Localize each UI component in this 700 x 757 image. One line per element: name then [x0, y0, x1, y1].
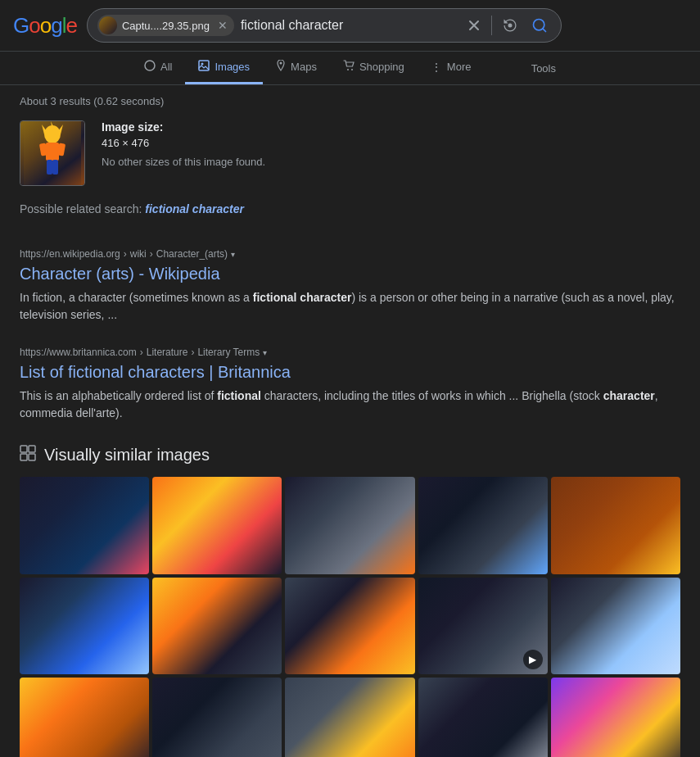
result-title-2[interactable]: List of fictional characters | Britannic…: [20, 361, 680, 383]
tab-images-label: Images: [215, 61, 250, 73]
lens-button[interactable]: [499, 14, 522, 37]
svg-rect-16: [20, 446, 27, 452]
result-domain-2: https://www.britannica.com: [20, 347, 137, 358]
similar-image-5[interactable]: [551, 477, 680, 574]
similar-image-2[interactable]: [152, 477, 282, 574]
tab-maps[interactable]: Maps: [263, 52, 330, 84]
tab-more-label: More: [447, 61, 472, 73]
svg-rect-17: [29, 446, 35, 452]
header: Google Captu....29.35.png ✕: [0, 0, 700, 52]
tab-more[interactable]: ⋮ More: [418, 52, 485, 84]
tab-shopping-label: Shopping: [359, 61, 404, 73]
breadcrumb-wiki: wiki: [130, 248, 147, 260]
svg-rect-15: [52, 160, 58, 175]
similar-section: Visually similar images ▶: [20, 445, 680, 757]
web-result-1: https://en.wikipedia.org › wiki › Charac…: [20, 248, 680, 324]
related-search: Possible related search: fictional chara…: [20, 202, 680, 215]
svg-rect-11: [46, 143, 59, 161]
svg-rect-14: [47, 160, 52, 175]
breadcrumb-sep-1: ›: [124, 248, 127, 260]
similar-image-9[interactable]: ▶: [418, 578, 548, 675]
similar-title: Visually similar images: [44, 446, 210, 465]
related-prefix: Possible related search:: [20, 202, 142, 215]
similar-image-12[interactable]: [152, 678, 282, 757]
image-grid-row-2: ▶: [20, 578, 680, 675]
breadcrumb-sep-4: ›: [191, 347, 194, 358]
svg-point-2: [145, 61, 155, 70]
breadcrumb-sep-3: ›: [140, 347, 143, 358]
similar-image-4[interactable]: [418, 477, 548, 574]
chip-close-icon[interactable]: ✕: [218, 19, 228, 32]
tab-maps-label: Maps: [291, 61, 317, 73]
source-image-thumbnail[interactable]: [20, 120, 85, 186]
google-logo: Google: [13, 13, 77, 39]
similar-image-11[interactable]: [20, 678, 149, 757]
tab-all[interactable]: All: [131, 52, 185, 84]
no-other-sizes-text: No other sizes of this image found.: [102, 156, 265, 168]
result-domain-1: https://en.wikipedia.org: [20, 248, 120, 260]
web-result-2: https://www.britannica.com › Literature …: [20, 347, 680, 422]
similar-image-10[interactable]: [551, 578, 680, 675]
similar-icon: [20, 445, 36, 465]
tab-images[interactable]: Images: [185, 52, 263, 84]
image-grid-row-3: [20, 678, 680, 757]
tab-all-label: All: [160, 61, 172, 73]
result-snippet-2: This is an alphabetically ordered list o…: [20, 388, 680, 422]
search-icons: [463, 14, 551, 37]
result-stats: About 3 results (0.62 seconds): [20, 95, 680, 107]
svg-rect-19: [29, 454, 35, 460]
search-input[interactable]: [241, 18, 457, 33]
related-link[interactable]: fictional character: [145, 202, 244, 215]
similar-image-14[interactable]: [418, 678, 548, 757]
all-icon: [144, 60, 156, 74]
result-snippet-1: In fiction, a character (sometimes known…: [20, 289, 680, 324]
svg-point-7: [351, 69, 353, 70]
result-url-2: https://www.britannica.com › Literature …: [20, 347, 680, 358]
svg-point-0: [508, 24, 512, 28]
nav-tabs: All Images Maps Shopping: [0, 52, 700, 85]
similar-image-15[interactable]: [551, 678, 680, 757]
search-bar[interactable]: Captu....29.35.png ✕: [87, 8, 562, 43]
images-icon: [198, 60, 210, 74]
similar-image-7[interactable]: [152, 578, 282, 675]
similar-image-8[interactable]: [285, 578, 414, 675]
breadcrumb-literature: Literature: [147, 347, 188, 358]
breadcrumb-literary-terms: Literary Terms: [197, 347, 260, 358]
tools-button[interactable]: Tools: [518, 54, 569, 83]
image-size-value: 416 × 476: [102, 137, 265, 149]
tab-shopping[interactable]: Shopping: [330, 52, 418, 84]
image-info-card: Image size: 416 × 476 No other sizes of …: [20, 120, 680, 186]
svg-rect-3: [199, 61, 209, 70]
svg-point-6: [347, 69, 349, 70]
chip-thumbnail: [99, 16, 117, 34]
divider: [491, 16, 492, 35]
image-details: Image size: 416 × 476 No other sizes of …: [102, 120, 265, 168]
breadcrumb-sep-2: ›: [150, 248, 153, 260]
image-size-label: Image size:: [102, 120, 265, 134]
result-dropdown-2[interactable]: ▾: [263, 348, 267, 357]
more-icon: ⋮: [431, 61, 442, 74]
result-title-1[interactable]: Character (arts) - Wikipedia: [20, 263, 680, 284]
clear-search-button[interactable]: [463, 15, 485, 36]
similar-image-13[interactable]: [285, 678, 414, 757]
result-dropdown-1[interactable]: ▾: [231, 250, 235, 259]
similar-image-6[interactable]: [20, 578, 149, 675]
breadcrumb-character-arts: Character_(arts): [156, 248, 228, 260]
result-url-1: https://en.wikipedia.org › wiki › Charac…: [20, 248, 680, 260]
similar-header: Visually similar images: [20, 445, 680, 465]
similar-image-3[interactable]: [285, 477, 414, 574]
shopping-icon: [343, 60, 355, 74]
svg-point-4: [201, 63, 204, 66]
svg-rect-18: [20, 454, 27, 460]
maps-icon: [276, 60, 286, 74]
image-grid-row-1: [20, 477, 680, 574]
main-content: About 3 results (0.62 seconds): [0, 85, 700, 757]
chip-label: Captu....29.35.png: [122, 20, 210, 32]
search-button[interactable]: [528, 14, 551, 37]
similar-image-1[interactable]: [20, 477, 149, 574]
image-search-chip: Captu....29.35.png ✕: [97, 15, 234, 36]
svg-point-5: [280, 62, 282, 65]
play-button-icon[interactable]: ▶: [523, 650, 543, 669]
